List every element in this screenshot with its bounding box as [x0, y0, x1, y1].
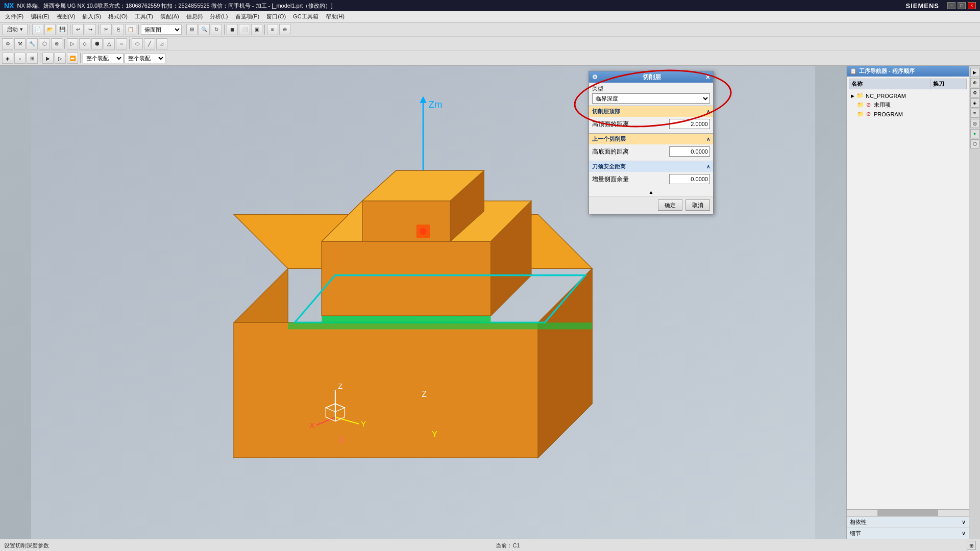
section3-header[interactable]: 刀颈安全距离 ∧: [589, 161, 713, 172]
tree-folder-icon: 📁: [856, 92, 864, 99]
dependency-section[interactable]: 相依性 ∨: [847, 516, 969, 528]
maximize-button[interactable]: □: [958, 2, 966, 9]
h-scrollbar-track[interactable]: [847, 510, 969, 516]
wire-btn[interactable]: ⬜: [239, 24, 250, 35]
tool-i[interactable]: △: [104, 38, 115, 49]
confirm-button[interactable]: 确定: [658, 199, 682, 211]
menu-info[interactable]: 信息(I): [183, 12, 206, 21]
dialog-title-text: 切削层: [643, 73, 661, 82]
strip-icon-4[interactable]: ◈: [970, 98, 979, 108]
new-btn[interactable]: 📄: [32, 24, 43, 35]
undo-btn[interactable]: ↩: [72, 24, 84, 35]
strip-icon-7[interactable]: ●: [970, 129, 979, 138]
menu-window[interactable]: 窗口(O): [263, 12, 289, 21]
menu-edit[interactable]: 编辑(E): [28, 12, 53, 21]
strip-icon-2[interactable]: ⊕: [970, 78, 979, 87]
section2-label: 上一个切削层: [592, 135, 626, 143]
svg-text:X: X: [338, 436, 344, 444]
strip-icon-8[interactable]: ⬡: [970, 139, 979, 148]
zoom-btn[interactable]: 🔍: [199, 24, 210, 35]
menu-assembly[interactable]: 装配(A): [157, 12, 182, 21]
dependency-label: 相依性: [850, 518, 867, 526]
type-section: 类型 临界深度: [589, 83, 713, 106]
menu-analysis[interactable]: 分析(L): [207, 12, 231, 21]
open-btn[interactable]: 📂: [44, 24, 56, 35]
layer-btn[interactable]: ≡: [267, 24, 278, 35]
section2-header[interactable]: 上一个切削层 ∧: [589, 133, 713, 144]
minimize-button[interactable]: －: [947, 2, 955, 9]
type-dropdown[interactable]: 临界深度: [592, 93, 710, 104]
menu-view[interactable]: 视图(V): [54, 12, 79, 21]
scroll-down-btn[interactable]: ▲: [589, 188, 713, 196]
tree-item-unused[interactable]: 📁 ⊘ 未用项: [849, 100, 967, 110]
rotate-btn[interactable]: ↻: [211, 24, 222, 35]
type-label: 类型: [592, 85, 710, 92]
redo-btn[interactable]: ↪: [85, 24, 96, 35]
cam-tool-f[interactable]: ⏩: [67, 53, 78, 64]
tool-l[interactable]: ╱: [144, 38, 155, 49]
menu-prefs[interactable]: 首选项(P): [232, 12, 263, 21]
status-center: 当前：C1: [496, 542, 520, 549]
snap-btn[interactable]: ⊕: [279, 24, 290, 35]
tool-m[interactable]: ⊿: [156, 38, 167, 49]
cut-btn[interactable]: ✂: [101, 24, 112, 35]
fit-btn[interactable]: ⊞: [186, 24, 198, 35]
cam-tool-b[interactable]: ⬦: [14, 53, 26, 64]
tool-c[interactable]: 🔧: [27, 38, 38, 49]
cam-tool-e[interactable]: ▷: [55, 53, 66, 64]
layer-select[interactable]: 整个装配: [125, 53, 165, 63]
increment-input[interactable]: [669, 174, 710, 184]
tool-d[interactable]: ⬡: [39, 38, 50, 49]
detail-section[interactable]: 细节 ∨: [847, 528, 969, 539]
cam-tool-c[interactable]: ⊞: [27, 53, 38, 64]
tool-f[interactable]: ▷: [67, 38, 78, 49]
tool-k[interactable]: ⬭: [132, 38, 143, 49]
menu-insert[interactable]: 插入(S): [79, 12, 104, 21]
h-scrollbar-thumb[interactable]: [877, 510, 939, 516]
strip-icon-1[interactable]: ▶: [970, 68, 979, 77]
view-select[interactable]: 俯面图: [141, 24, 182, 35]
cam-tool-d[interactable]: ▶: [42, 53, 54, 64]
menu-format[interactable]: 格式(O): [105, 12, 131, 21]
menu-gc[interactable]: GC工具箱: [290, 12, 322, 21]
menu-file[interactable]: 文件(F): [2, 12, 27, 21]
tool-h[interactable]: ⬢: [91, 38, 103, 49]
paste-btn[interactable]: 📋: [125, 24, 136, 35]
tree-item-program[interactable]: 📁 ⊘ PROGRAM: [849, 110, 967, 118]
prev-distance-input[interactable]: [669, 146, 710, 157]
close-button[interactable]: ×: [968, 2, 976, 9]
menu-tools[interactable]: 工具(T): [132, 12, 156, 21]
tree-item-nc-program[interactable]: ▶ 📁 NC_PROGRAM: [849, 91, 967, 100]
shade-btn[interactable]: ◼: [227, 24, 238, 35]
section1-header[interactable]: 切削层顶部 ∧: [589, 106, 713, 117]
dialog-title-bar[interactable]: ⚙ 切削层 ×: [589, 71, 713, 83]
start-button[interactable]: 启动 ▾: [2, 24, 28, 35]
copy-btn[interactable]: ⎘: [113, 24, 124, 35]
svg-marker-14: [322, 241, 491, 316]
tool-a[interactable]: ⚙: [2, 38, 13, 49]
strip-icon-3[interactable]: ⚙: [970, 88, 979, 97]
save-btn[interactable]: 💾: [57, 24, 68, 35]
strip-icon-6[interactable]: ◎: [970, 119, 979, 128]
tool-j[interactable]: ○: [116, 38, 127, 49]
menu-help[interactable]: 帮助(H): [323, 12, 348, 21]
tree-unused-icon: ⊘: [866, 102, 871, 108]
strip-icon-5[interactable]: ≡: [970, 109, 979, 118]
tool-g[interactable]: ◇: [79, 38, 90, 49]
viewport[interactable]: Zm: [0, 66, 846, 539]
panel-title: 📋 工序导航器 - 程序顺序: [847, 66, 969, 77]
status-expand-btn[interactable]: ⊞: [967, 541, 976, 550]
tool-b[interactable]: ⚒: [14, 38, 26, 49]
sep2: [70, 24, 70, 35]
col-name: 名称: [849, 79, 931, 89]
menu-bar: 文件(F) 编辑(E) 视图(V) 插入(S) 格式(O) 工具(T) 装配(A…: [0, 11, 980, 22]
cam-tool-a[interactable]: ◈: [2, 53, 13, 64]
cancel-button[interactable]: 取消: [685, 199, 710, 211]
edge-btn[interactable]: ▣: [251, 24, 262, 35]
tool-e[interactable]: ⊗: [51, 38, 62, 49]
right-panel: 📋 工序导航器 - 程序顺序 名称 换刀 ▶ 📁 NC_PROGRAM 📁 ⊘ …: [846, 66, 969, 539]
dialog-close-btn[interactable]: ×: [706, 73, 710, 81]
icon-strip: ▶ ⊕ ⚙ ◈ ≡ ◎ ● ⬡: [969, 66, 980, 539]
assembly-select[interactable]: 整个装配: [83, 53, 124, 63]
top-distance-input[interactable]: [669, 119, 710, 129]
